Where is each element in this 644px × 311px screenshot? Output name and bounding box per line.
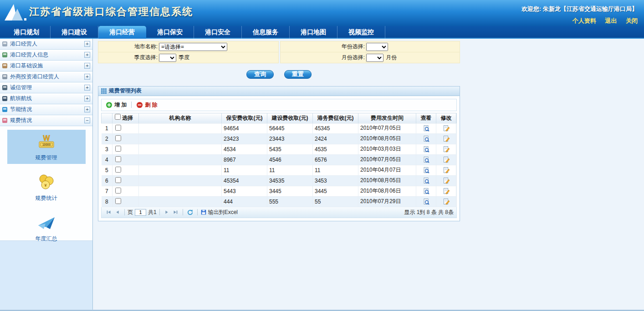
filler-cell	[456, 196, 457, 207]
row-checkbox[interactable]	[115, 177, 121, 183]
submenu-item-label: 规费管理	[7, 154, 86, 162]
next-page-button[interactable]	[163, 209, 171, 216]
panel-title-bar: 规费管理列表	[98, 87, 460, 96]
add-button[interactable]: 增 加	[106, 101, 127, 109]
table-row: 6 45354 34535 3453 2010年08月05日	[102, 175, 457, 186]
delete-button[interactable]: 删 除	[136, 101, 157, 109]
refresh-button[interactable]	[186, 209, 194, 216]
page-input[interactable]	[135, 209, 146, 216]
edit-icon[interactable]	[443, 146, 450, 153]
pager-separator	[159, 209, 160, 215]
pager-summary: 显示 1到 8 条 共 8条	[404, 209, 454, 216]
edit-icon[interactable]	[443, 198, 450, 205]
view-icon[interactable]	[423, 177, 430, 184]
view-icon[interactable]	[423, 156, 430, 163]
nav-tab-port-planning[interactable]: 港口规划	[3, 26, 51, 39]
search-form-left: 地市名称: =请选择= 季度选择: 季度	[98, 41, 279, 63]
export-excel-button[interactable]: 输出到Excel	[200, 209, 238, 216]
submenu-item-annual-summary[interactable]: 年度汇总	[7, 211, 86, 245]
edit-icon[interactable]	[443, 188, 450, 195]
sidebar-item-port-infrastructure[interactable]: 港口基础设施 +	[0, 61, 92, 71]
nav-tab-label: 港口经营	[109, 28, 135, 36]
edit-icon[interactable]	[443, 167, 450, 174]
edit-icon[interactable]	[443, 135, 450, 143]
expand-button[interactable]: +	[84, 85, 90, 91]
row-checkbox[interactable]	[115, 146, 121, 152]
nav-tab-port-safety[interactable]: 港口安全	[194, 26, 242, 39]
view-icon[interactable]	[423, 146, 430, 153]
nav-tab-port-operation[interactable]: 港口经营	[98, 26, 146, 39]
svg-text:W: W	[43, 134, 50, 142]
org-name-cell	[139, 175, 222, 186]
row-checkbox[interactable]	[115, 188, 121, 194]
nav-tab-port-construction[interactable]: 港口建设	[51, 26, 98, 39]
annual-summary-icon	[36, 214, 56, 232]
sidebar-item-fees[interactable]: 规费情况 −	[0, 115, 92, 126]
port-fee-cell: 45345	[313, 123, 358, 133]
profile-link[interactable]: 个人资料	[572, 17, 596, 24]
logout-link[interactable]: 退出	[605, 17, 617, 24]
row-checkbox[interactable]	[115, 135, 121, 141]
org-name-cell	[139, 186, 222, 196]
sidebar-item-integrity-management[interactable]: 诚信管理 +	[0, 82, 92, 93]
sidebar-item-routes[interactable]: 航班航线 +	[0, 93, 92, 104]
view-icon[interactable]	[423, 125, 430, 132]
submenu-item-fee-management[interactable]: 10000 W 规费管理	[7, 130, 86, 164]
expand-button[interactable]: +	[84, 96, 90, 102]
prev-page-button[interactable]	[113, 209, 121, 216]
expand-button[interactable]: +	[84, 107, 90, 112]
port-fee-header: 港务费征收(元)	[313, 113, 358, 123]
sidebar-item-energy-saving[interactable]: 节能情况 +	[0, 104, 92, 115]
expand-button[interactable]: +	[84, 52, 90, 58]
select-header: 选择	[112, 113, 139, 123]
close-link[interactable]: 关闭	[626, 17, 638, 24]
nav-tab-info-service[interactable]: 信息服务	[242, 26, 290, 39]
view-icon[interactable]	[423, 167, 430, 174]
nav-tab-port-security[interactable]: 港口保安	[146, 26, 194, 39]
expand-button[interactable]: +	[84, 63, 90, 69]
last-page-button[interactable]	[172, 209, 179, 216]
sidebar-item-port-operators[interactable]: 港口经营人 +	[0, 39, 92, 50]
reset-button[interactable]: 重置	[284, 70, 312, 79]
pagination-bar: 页 共1	[101, 207, 457, 218]
filler-cell	[456, 144, 457, 154]
nav-tab-label: 港口安全	[205, 28, 230, 36]
select-all-checkbox[interactable]	[115, 114, 121, 120]
sidebar-item-operator-info[interactable]: 港口经营人信息 +	[0, 50, 92, 61]
sidebar-item-foreign-operators[interactable]: 外商投资港口经营人 +	[0, 71, 92, 82]
city-select[interactable]: =请选择=	[159, 43, 227, 51]
view-icon[interactable]	[423, 198, 430, 205]
filler-cell	[456, 186, 457, 196]
row-number-header	[102, 113, 112, 123]
port-fee-cell: 55	[313, 196, 358, 207]
query-button[interactable]: 查询	[246, 70, 274, 79]
row-checkbox[interactable]	[115, 198, 121, 204]
view-icon[interactable]	[423, 188, 430, 195]
expand-button[interactable]: +	[84, 74, 90, 80]
security-fee-cell: 11	[222, 165, 267, 175]
org-name-cell	[139, 196, 222, 207]
expand-button[interactable]: +	[84, 41, 90, 47]
first-page-button[interactable]	[105, 209, 112, 216]
row-checkbox[interactable]	[115, 167, 121, 173]
quarter-select[interactable]	[159, 54, 176, 62]
view-icon[interactable]	[423, 135, 430, 143]
port-fee-cell: 6576	[313, 154, 358, 165]
app-logo-icon	[4, 3, 27, 24]
security-fee-header: 保安费收取(元)	[222, 113, 267, 123]
nav-tab-video-monitor[interactable]: 视频监控	[337, 26, 385, 39]
edit-icon[interactable]	[443, 156, 450, 163]
nav-tabs: 港口规划 港口建设 港口经营 港口保安 港口安全 信息服务 港口地图 视频监控	[3, 26, 644, 39]
month-select[interactable]	[366, 54, 383, 62]
edit-icon[interactable]	[443, 125, 450, 132]
nav-tab-port-map[interactable]: 港口地图	[290, 26, 337, 39]
row-checkbox[interactable]	[115, 125, 121, 131]
year-select[interactable]	[366, 43, 388, 51]
row-checkbox[interactable]	[115, 156, 121, 162]
submenu-item-fee-statistics[interactable]: ¥ 规费统计	[7, 170, 86, 204]
pager-separator	[183, 209, 183, 215]
security-fee-cell: 8967	[222, 154, 267, 165]
fee-date-cell: 2010年07月29日	[358, 196, 416, 207]
expand-button[interactable]: −	[84, 117, 90, 123]
edit-icon[interactable]	[443, 177, 450, 184]
